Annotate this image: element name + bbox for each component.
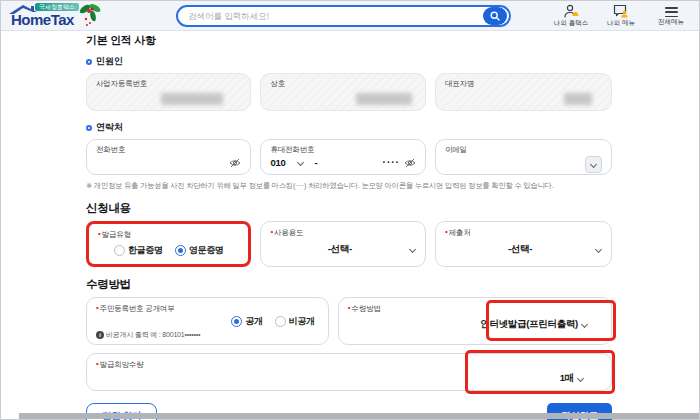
mobile-separator: - [314,157,317,168]
eye-slash-icon[interactable] [404,158,416,168]
menu-all[interactable]: 전체메뉴 [653,4,689,28]
logo-text: HomeTax [11,12,74,28]
applicant-section-title: 민원인 [86,55,612,68]
page-title: 기본 인적 사항 [86,33,612,48]
required-mark: • [445,227,448,236]
required-mark: • [348,303,351,312]
application-section-title: 신청내용 [86,201,612,216]
field-quantity: •발급희망수량 1매 [86,353,612,391]
eye-slash-icon[interactable] [229,158,241,168]
circle-bullet-icon [86,125,92,131]
hometax-logo[interactable]: 국세청홈택스 HomeTax [11,2,139,29]
menu-my-hometax[interactable]: 나의 홈택스 [553,4,589,28]
hamburger-icon [665,4,678,17]
application-fields: •발급유형 한글증명 영문증명 •사용용도 -선택- [86,221,612,267]
masked-value [161,93,223,105]
radio-english-cert[interactable]: 영문증명 [175,244,224,257]
holly-icon [77,2,103,28]
receive-method-value: 인터넷발급(프린터출력) [480,318,578,331]
mobile-masked-value: ···· [383,157,400,168]
field-receive-method: •수령방법 인터넷발급(프린터출력) [338,297,612,345]
field-usage[interactable]: •사용용도 -선택- [260,221,425,267]
required-mark: • [96,303,99,312]
email-domain-select[interactable] [585,156,602,173]
quantity-value: 1매 [560,372,574,385]
field-submit-to[interactable]: •제출처 -선택- [435,221,612,267]
header: 국세청홈택스 HomeTax [1,1,699,31]
contact-section-title: 연락처 [86,121,612,134]
search-icon [490,11,500,21]
menu-label: 전체메뉴 [658,18,684,27]
radio-icon [275,316,286,327]
radio-disclose[interactable]: 공개 [231,315,262,328]
circle-bullet-icon [86,59,92,65]
window-bottom-bar [19,413,699,419]
search-button[interactable] [483,7,507,25]
required-mark: • [98,229,101,238]
field-email: 이메일 [435,139,612,175]
form-content: 기본 인적 사항 민원인 사업자등록번호 상호 대표자명 연락처 [86,33,612,420]
masked-value [356,93,412,105]
radio-icon [114,245,125,256]
chevron-down-icon[interactable] [297,159,304,166]
field-ssn-disclose: •주민등록번호 공개여부 공개 비공개 i 비공개시 출력 예 : 800101… [86,297,329,345]
radio-icon [175,245,186,256]
header-menus: 나의 홈택스 나의 메뉴 전체메뉴 [553,4,689,28]
ssn-note: i 비공개시 출력 예 : 800101••••••• [96,330,319,340]
required-mark: • [96,359,99,368]
memo-person-icon [613,4,629,18]
chevron-down-icon [581,321,588,328]
field-representative-name: 대표자명 [435,73,612,111]
field-phone: 전화번호 [86,139,251,175]
radio-korean-cert[interactable]: 한글증명 [114,244,163,257]
applicant-fields: 사업자등록번호 상호 대표자명 [86,73,612,111]
required-mark: • [270,227,273,236]
radio-icon [231,316,242,327]
menu-my-menu[interactable]: 나의 메뉴 [603,4,639,28]
field-issue-type: •발급유형 한글증명 영문증명 [86,221,251,267]
logo-badge: 국세청홈택스 [35,3,79,11]
receive-fields: •주민등록번호 공개여부 공개 비공개 i 비공개시 출력 예 : 800101… [86,297,612,345]
chevron-down-icon [595,246,602,253]
quantity-select[interactable]: 1매 [96,372,602,385]
contact-fields: 전화번호 휴대전화번호 010 - [86,139,612,175]
field-business-number: 사업자등록번호 [86,73,251,111]
radio-undisclose[interactable]: 비공개 [275,315,315,328]
submit-to-select-value: -선택- [508,243,532,256]
hometax-page: 국세청홈택스 HomeTax [0,0,700,420]
chevron-down-icon [409,246,416,253]
search-bar [176,5,511,27]
masked-value [564,93,592,105]
menu-label: 나의 홈택스 [554,19,588,28]
chevron-down-icon [577,375,584,382]
chevron-down-icon [590,161,597,168]
mobile-prefix-select[interactable]: 010 [270,157,285,168]
receive-method-select[interactable]: 인터넷발급(프린터출력) [348,318,602,331]
receive-section-title: 수령방법 [86,277,612,292]
menu-label: 나의 메뉴 [607,19,635,28]
person-bell-icon [563,4,579,18]
field-mobile: 휴대전화번호 010 - ···· [260,139,425,175]
info-icon: i [96,331,104,339]
privacy-note: ※ 개인정보 유출 가능성을 사전 차단하기 위해 일부 정보를 마스킹(···… [86,181,612,191]
usage-select-value: -선택- [328,243,352,256]
field-company-name: 상호 [260,73,425,111]
search-input[interactable] [188,11,479,21]
